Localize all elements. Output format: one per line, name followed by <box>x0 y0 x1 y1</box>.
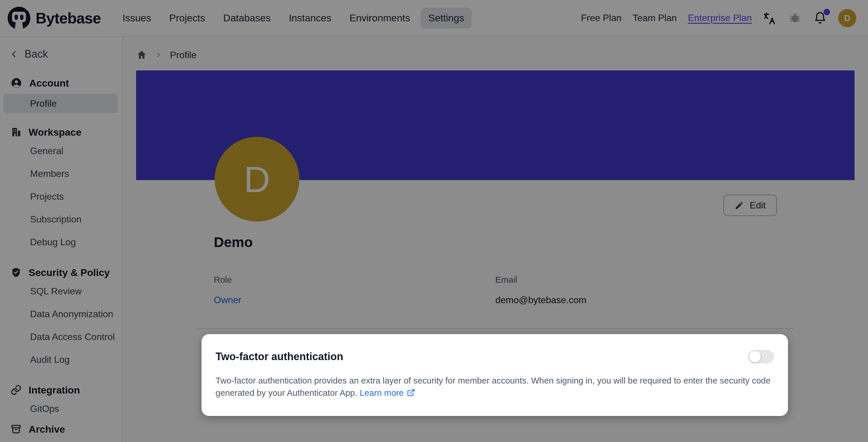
two-factor-description: Two-factor authentication provides an ex… <box>216 375 774 399</box>
learn-more-link[interactable]: Learn more <box>360 388 415 397</box>
toggle-knob <box>749 351 761 362</box>
two-factor-toggle[interactable] <box>748 350 774 363</box>
two-factor-card: Two-factor authentication Two-factor aut… <box>202 334 788 416</box>
two-factor-title: Two-factor authentication <box>216 351 343 363</box>
external-link-icon <box>407 388 415 397</box>
